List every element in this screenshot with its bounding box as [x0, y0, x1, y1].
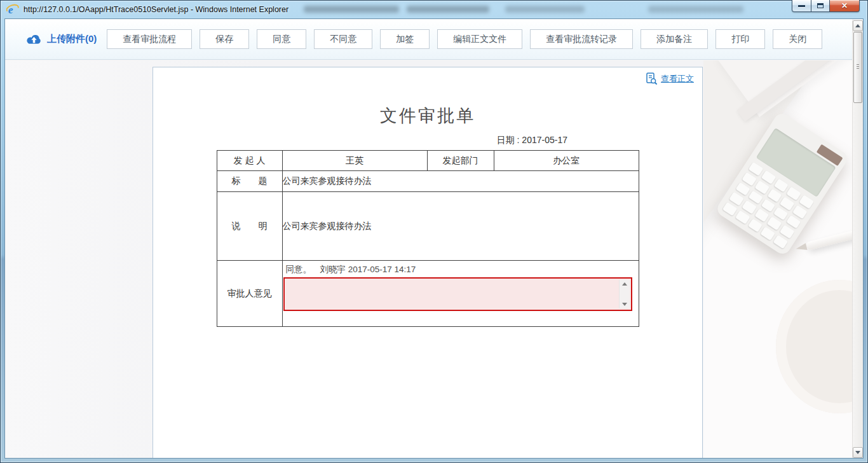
table-row-initiator: 发 起 人 王英 发起部门 办公室	[217, 151, 639, 171]
minimize-icon	[798, 5, 805, 7]
browser-client-area: 上传附件(0) 查看审批流程 保存 同意 不同意 加签 编辑正文文件 查看审批流…	[5, 19, 863, 458]
opinion-history: 同意。 刘晓宇 2017-05-17 14:17	[283, 261, 639, 277]
close-icon: ✕	[841, 2, 848, 10]
close-button[interactable]: ✕	[830, 0, 860, 12]
maximize-button[interactable]	[811, 0, 830, 12]
browser-window: e http://127.0.0.1/OAapp/HtTrace0510Serv…	[0, 0, 868, 463]
page-content: 查看正文 文件审批单 日期 : 2017-05-17 发 起 人 王英 发起部门…	[5, 60, 852, 458]
view-approval-flow-button[interactable]: 查看审批流程	[107, 29, 192, 49]
document-search-icon	[645, 73, 658, 85]
scroll-down-icon	[622, 303, 627, 306]
department-label: 发起部门	[427, 151, 494, 171]
disagree-button[interactable]: 不同意	[314, 29, 372, 49]
titlebar: e http://127.0.0.1/OAapp/HtTrace0510Serv…	[0, 0, 868, 19]
view-body-link[interactable]: 查看正文	[661, 73, 694, 85]
scroll-down-icon	[855, 451, 860, 454]
window-title: http://127.0.0.1/OAapp/HtTrace0510Servle…	[24, 5, 288, 14]
pen-image	[806, 219, 852, 251]
scrollbar-down-button[interactable]	[853, 447, 863, 458]
titlebar-blur	[304, 6, 399, 13]
table-row-title: 标 题 公司来宾参观接待办法	[217, 171, 639, 192]
upload-attachment-label: 上传附件(0)	[47, 33, 97, 45]
opinion-cell: 同意。 刘晓宇 2017-05-17 14:17	[282, 261, 639, 327]
ie-logo-icon: e	[6, 3, 19, 16]
print-button[interactable]: 打印	[715, 29, 765, 49]
edit-body-file-button[interactable]: 编辑正文文件	[437, 29, 522, 49]
department-value: 办公室	[494, 151, 639, 171]
upload-attachment-button[interactable]: 上传附件(0)	[25, 33, 97, 46]
opinion-textarea[interactable]	[283, 277, 632, 311]
form-date: 日期 : 2017-05-17	[153, 135, 702, 146]
add-sign-button[interactable]: 加签	[380, 29, 430, 49]
scroll-up-icon	[622, 282, 627, 286]
window-controls: ✕	[792, 0, 860, 12]
action-toolbar: 上传附件(0) 查看审批流程 保存 同意 不同意 加签 编辑正文文件 查看审批流…	[5, 19, 852, 60]
agree-button[interactable]: 同意	[257, 29, 306, 49]
scroll-up-icon	[855, 24, 860, 27]
textarea-scrollbar[interactable]	[619, 280, 630, 308]
description-value: 公司来宾参观接待办法	[282, 192, 639, 261]
save-button[interactable]: 保存	[200, 29, 249, 49]
maximize-icon	[817, 3, 824, 8]
title-label: 标 题	[217, 171, 282, 192]
table-row-opinion: 审批人意见 同意。 刘晓宇 2017-05-17 14:17	[217, 261, 639, 327]
titlebar-blur	[505, 6, 585, 13]
scrollbar-track[interactable]	[853, 104, 863, 447]
scrollbar-up-button[interactable]	[853, 20, 863, 31]
description-label: 说 明	[217, 192, 282, 261]
title-value: 公司来宾参观接待办法	[282, 171, 639, 192]
approval-table: 发 起 人 王英 发起部门 办公室 标 题 公司来宾参观接待办法 说 明 公司来…	[217, 150, 639, 327]
titlebar-blur	[407, 6, 489, 13]
close-page-button[interactable]: 关闭	[773, 29, 822, 49]
view-body-row: 查看正文	[153, 67, 702, 85]
add-remark-button[interactable]: 添加备注	[641, 29, 708, 49]
desk-photo-background	[703, 60, 852, 458]
initiator-value: 王英	[282, 151, 427, 171]
form-title: 文件审批单	[153, 104, 702, 127]
titlebar-blur	[648, 6, 743, 13]
cloud-upload-icon	[25, 33, 43, 46]
view-approval-records-button[interactable]: 查看审批流转记录	[530, 29, 633, 49]
cup-image	[776, 280, 852, 413]
minimize-button[interactable]	[792, 0, 811, 12]
scrollbar-thumb[interactable]	[853, 32, 862, 103]
vertical-scrollbar[interactable]	[852, 20, 863, 458]
initiator-label: 发 起 人	[217, 151, 282, 171]
approval-form-panel: 查看正文 文件审批单 日期 : 2017-05-17 发 起 人 王英 发起部门…	[153, 67, 703, 458]
opinion-label: 审批人意见	[217, 261, 282, 327]
table-row-description: 说 明 公司来宾参观接待办法	[217, 192, 639, 261]
